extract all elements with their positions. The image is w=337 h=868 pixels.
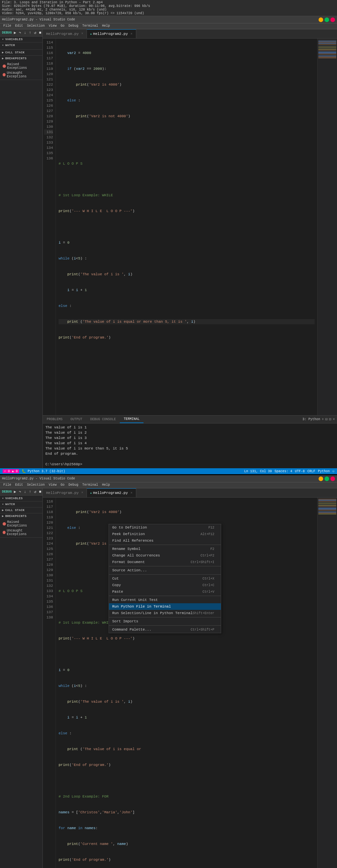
- bp-checkbox-uncaught-2[interactable]: [3, 531, 6, 534]
- debug-over-btn-2[interactable]: ↷: [18, 489, 22, 494]
- menu-file-2[interactable]: File: [1, 483, 13, 487]
- ctx-peek-def-label: Peek Definition: [112, 532, 145, 536]
- close-btn-1[interactable]: [330, 18, 335, 22]
- ctx-change-all[interactable]: Change All Occurrences Ctrl+F2: [109, 552, 221, 559]
- minimize-btn-1[interactable]: [318, 18, 323, 22]
- debug-into-btn-2[interactable]: ↓: [23, 490, 27, 494]
- ctx-find-refs[interactable]: Find All References: [109, 537, 221, 544]
- debug-stop-btn-1[interactable]: ■: [38, 31, 42, 35]
- menu-help-1[interactable]: Help: [100, 24, 112, 28]
- debug-stop-btn-2[interactable]: ■: [38, 490, 42, 494]
- bp-checkbox-uncaught-1[interactable]: [3, 73, 6, 76]
- debug-into-btn-1[interactable]: ↓: [23, 31, 27, 35]
- main-area-2: DEBUG ▶ ↷ ↓ ↑ ↺ ■ ⚙ ▾ VARIABLES ▾ WATCH: [0, 488, 337, 868]
- menu-terminal-2[interactable]: Terminal: [80, 483, 100, 487]
- variables-section-2: ▾ VARIABLES: [0, 496, 42, 501]
- term-line-1: The value of i is 1: [45, 425, 334, 430]
- tab-helloprog-1[interactable]: HelloProgram.py ×: [43, 29, 87, 38]
- menu-file-1[interactable]: File: [1, 24, 13, 28]
- menu-edit-2[interactable]: Edit: [13, 483, 25, 487]
- ctx-cut[interactable]: Cut Ctrl+X: [109, 575, 221, 582]
- debug-continue-btn-1[interactable]: ▶: [13, 30, 17, 35]
- main-area-1: DEBUG ▶ ↷ ↓ ↑ ↺ ■ ⚙ ▾ VARIABLES ▾: [0, 29, 337, 468]
- tab-close-1a[interactable]: ×: [81, 32, 83, 36]
- ctx-sep-5: [109, 617, 221, 617]
- watch-content-1: [0, 48, 42, 50]
- maximize-btn-1[interactable]: [325, 18, 329, 22]
- bp-checkbox-raised-2[interactable]: [3, 522, 6, 526]
- ctx-run-selection[interactable]: Run Selection/Line in Python Terminal Sh…: [109, 610, 221, 616]
- menu-debug-1[interactable]: Debug: [66, 24, 80, 28]
- minimize-btn-2[interactable]: [318, 476, 323, 481]
- ctx-change-all-label: Change All Occurrences: [112, 554, 160, 557]
- split-terminal-icon-1[interactable]: ⊟: [325, 417, 328, 422]
- callstack-header-1[interactable]: ▶ CALL STACK: [0, 50, 42, 55]
- menu-view-2[interactable]: View: [47, 483, 59, 487]
- panel-tab-output-1[interactable]: OUTPUT: [66, 415, 86, 423]
- tab-helloprog-2[interactable]: HelloProgram.py ×: [43, 488, 87, 497]
- tab-close-2a[interactable]: ×: [81, 491, 83, 495]
- ctx-paste[interactable]: Paste Ctrl+V: [109, 588, 221, 595]
- tab-helloprog2-2[interactable]: ● HelloProgram2.py ×: [87, 488, 136, 497]
- ctx-goto-def[interactable]: Go to Definition F12: [109, 524, 221, 531]
- menu-selection-1[interactable]: Selection: [25, 24, 47, 28]
- ctx-peek-def[interactable]: Peek Definition Alt+F12: [109, 531, 221, 537]
- breakpoint-raised-1[interactable]: Raised Exceptions: [0, 62, 42, 70]
- breakpoints-content-1: Raised Exceptions Uncaught Exceptions: [0, 61, 42, 80]
- callstack-header-2[interactable]: ▶ CALL STACK: [0, 507, 42, 513]
- ctx-sort-imports[interactable]: Sort Imports: [109, 618, 221, 625]
- ctx-command-palette[interactable]: Command Palette... Ctrl+Shift+P: [109, 626, 221, 633]
- watch-header-1[interactable]: ▾ WATCH: [0, 42, 42, 48]
- maximize-btn-2[interactable]: [325, 476, 329, 481]
- debug-out-btn-2[interactable]: ↑: [28, 490, 32, 494]
- variables-header-2[interactable]: ▾ VARIABLES: [0, 496, 42, 501]
- ctx-copy[interactable]: Copy Ctrl+C: [109, 582, 221, 588]
- menu-view-1[interactable]: View: [47, 24, 59, 28]
- debug-continue-btn-2[interactable]: ▶: [13, 489, 17, 494]
- panel-tab-problems-1[interactable]: PROBLEMS: [43, 415, 66, 423]
- variables-header-1[interactable]: ▾ VARIABLES: [0, 36, 42, 42]
- breakpoints-header-2[interactable]: ▶ BREAKPOINTS: [0, 514, 42, 519]
- breakpoint-uncaught-2[interactable]: Uncaught Exceptions: [0, 528, 42, 537]
- close-btn-2[interactable]: [330, 476, 335, 481]
- menu-edit-1[interactable]: Edit: [13, 24, 25, 28]
- ctx-run-unit-test[interactable]: Run Current Unit Test: [109, 597, 221, 603]
- video-info: File: 3. Loops and Iteration in Python -…: [0, 0, 337, 16]
- watch-header-2[interactable]: ▾ WATCH: [0, 501, 42, 507]
- status-feedback-1[interactable]: ☺: [332, 470, 334, 473]
- tab-close-2b[interactable]: ×: [130, 491, 132, 495]
- close-panel-icon-1[interactable]: ×: [333, 417, 335, 422]
- debug-out-btn-1[interactable]: ↑: [28, 31, 32, 35]
- ctx-rename-label: Rename Symbol: [112, 547, 140, 551]
- code-editor-1[interactable]: var2 = 4000 if (var2 == 2000): print('Va…: [56, 38, 317, 415]
- title-bar-2: HelloProgram2.py - Visual Studio Code: [0, 475, 337, 483]
- term-prompt-1[interactable]: C:\Users\hp2560p>: [45, 462, 334, 467]
- menu-terminal-1[interactable]: Terminal: [80, 24, 100, 28]
- ctx-rename[interactable]: Rename Symbol F2: [109, 546, 221, 552]
- status-python-1[interactable]: 🐛 Python 3.7 (32-bit): [22, 469, 65, 473]
- debug-restart-btn-1[interactable]: ↺: [33, 30, 37, 35]
- breakpoint-raised-2[interactable]: Raised Exceptions: [0, 520, 42, 528]
- bp-checkbox-raised-1[interactable]: [3, 65, 6, 68]
- debug-over-btn-1[interactable]: ↷: [18, 30, 22, 35]
- panel-tab-terminal-1[interactable]: TERMINAL: [120, 415, 143, 423]
- debug-restart-btn-2[interactable]: ↺: [33, 489, 37, 494]
- breakpoint-uncaught-1[interactable]: Uncaught Exceptions: [0, 70, 42, 79]
- menu-go-1[interactable]: Go: [59, 24, 66, 28]
- menu-help-2[interactable]: Help: [100, 483, 112, 487]
- menu-go-2[interactable]: Go: [59, 483, 66, 487]
- ctx-run-python-file[interactable]: Run Python File in Terminal: [109, 603, 221, 610]
- menu-debug-2[interactable]: Debug: [66, 483, 80, 487]
- panel-tab-debug-console-1[interactable]: DEBUG CONSOLE: [86, 415, 120, 423]
- menu-selection-2[interactable]: Selection: [25, 483, 47, 487]
- tab-close-1b[interactable]: ×: [130, 32, 132, 36]
- ctx-source-action[interactable]: Source Action...: [109, 567, 221, 574]
- breakpoints-header-1[interactable]: ▶ BREAKPOINTS: [0, 56, 42, 61]
- maximize-panel-icon-1[interactable]: ⊡: [329, 417, 331, 422]
- variables-label-1: VARIABLES: [5, 38, 23, 41]
- debug-label-2: DEBUG: [2, 490, 12, 494]
- new-terminal-icon-1[interactable]: +: [322, 417, 324, 422]
- ctx-format-doc[interactable]: Format Document Ctrl+Shift+I: [109, 559, 221, 565]
- status-language-1[interactable]: Python: [318, 470, 330, 473]
- tab-helloprog2-1[interactable]: ● HelloProgram2.py ×: [87, 29, 136, 38]
